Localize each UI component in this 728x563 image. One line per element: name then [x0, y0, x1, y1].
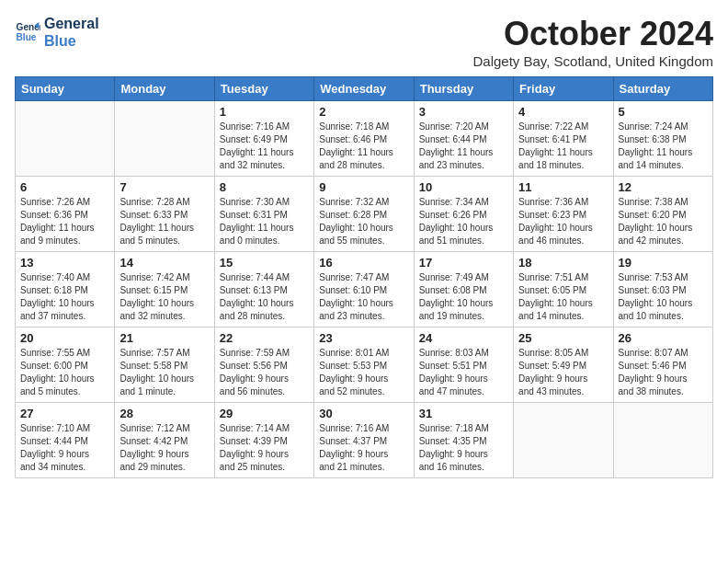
day-number: 7: [119, 180, 209, 194]
day-number: 20: [20, 331, 109, 345]
day-number: 14: [119, 256, 209, 270]
calendar-body: 1Sunrise: 7:16 AM Sunset: 6:49 PM Daylig…: [16, 101, 713, 478]
day-info: Sunrise: 7:16 AM Sunset: 6:49 PM Dayligh…: [220, 121, 309, 172]
week-row-4: 20Sunrise: 7:55 AM Sunset: 6:00 PM Dayli…: [16, 327, 713, 403]
calendar-cell: [115, 101, 214, 177]
calendar-cell: 26Sunrise: 8:07 AM Sunset: 5:46 PM Dayli…: [613, 327, 712, 403]
day-number: 31: [419, 407, 508, 420]
calendar-cell: 29Sunrise: 7:14 AM Sunset: 4:39 PM Dayli…: [214, 403, 313, 478]
logo-text-block: General Blue: [44, 15, 99, 50]
day-number: 17: [419, 256, 508, 270]
day-info: Sunrise: 8:05 AM Sunset: 5:49 PM Dayligh…: [518, 347, 608, 398]
calendar-cell: 21Sunrise: 7:57 AM Sunset: 5:58 PM Dayli…: [115, 327, 214, 403]
day-info: Sunrise: 7:24 AM Sunset: 6:38 PM Dayligh…: [619, 121, 708, 172]
title-block: October 2024 Dalgety Bay, Scotland, Unit…: [472, 15, 713, 69]
week-row-2: 6Sunrise: 7:26 AM Sunset: 6:36 PM Daylig…: [16, 177, 713, 252]
day-info: Sunrise: 7:47 AM Sunset: 6:10 PM Dayligh…: [319, 271, 408, 323]
day-info: Sunrise: 7:42 AM Sunset: 6:15 PM Dayligh…: [119, 271, 209, 323]
day-info: Sunrise: 7:18 AM Sunset: 6:46 PM Dayligh…: [319, 121, 408, 172]
header-sunday: Sunday: [16, 77, 115, 101]
calendar-cell: 12Sunrise: 7:38 AM Sunset: 6:20 PM Dayli…: [613, 177, 712, 252]
calendar-cell: 19Sunrise: 7:53 AM Sunset: 6:03 PM Dayli…: [613, 252, 712, 327]
day-info: Sunrise: 7:36 AM Sunset: 6:23 PM Dayligh…: [518, 196, 608, 247]
logo-icon: General Blue: [15, 19, 40, 45]
day-info: Sunrise: 7:44 AM Sunset: 6:13 PM Dayligh…: [220, 271, 309, 323]
calendar-cell: 30Sunrise: 7:16 AM Sunset: 4:37 PM Dayli…: [314, 403, 414, 478]
day-number: 30: [319, 407, 408, 420]
day-info: Sunrise: 7:57 AM Sunset: 5:58 PM Dayligh…: [119, 347, 209, 398]
header-saturday: Saturday: [613, 77, 712, 101]
calendar-cell: 7Sunrise: 7:28 AM Sunset: 6:33 PM Daylig…: [115, 177, 214, 252]
calendar-cell: 20Sunrise: 7:55 AM Sunset: 6:00 PM Dayli…: [16, 327, 115, 403]
day-number: 15: [220, 256, 309, 270]
header-friday: Friday: [514, 77, 613, 101]
day-info: Sunrise: 7:22 AM Sunset: 6:41 PM Dayligh…: [518, 121, 608, 172]
day-number: 28: [119, 407, 209, 420]
calendar-cell: 31Sunrise: 7:18 AM Sunset: 4:35 PM Dayli…: [414, 403, 513, 478]
day-number: 9: [319, 180, 408, 194]
header-thursday: Thursday: [414, 77, 513, 101]
logo-line1: General: [44, 15, 99, 32]
day-info: Sunrise: 7:18 AM Sunset: 4:35 PM Dayligh…: [419, 422, 508, 474]
calendar-cell: 24Sunrise: 8:03 AM Sunset: 5:51 PM Dayli…: [414, 327, 513, 403]
svg-text:Blue: Blue: [17, 33, 37, 43]
location-subtitle: Dalgety Bay, Scotland, United Kingdom: [472, 53, 713, 69]
day-number: 2: [319, 105, 408, 119]
header-monday: Monday: [115, 77, 214, 101]
calendar-cell: 2Sunrise: 7:18 AM Sunset: 6:46 PM Daylig…: [314, 101, 414, 177]
calendar-cell: [16, 101, 115, 177]
day-number: 29: [220, 407, 309, 420]
day-info: Sunrise: 8:07 AM Sunset: 5:46 PM Dayligh…: [619, 347, 708, 398]
calendar-cell: 22Sunrise: 7:59 AM Sunset: 5:56 PM Dayli…: [214, 327, 313, 403]
calendar-cell: 28Sunrise: 7:12 AM Sunset: 4:42 PM Dayli…: [115, 403, 214, 478]
day-number: 25: [518, 331, 608, 345]
day-number: 10: [419, 180, 508, 194]
calendar-cell: 8Sunrise: 7:30 AM Sunset: 6:31 PM Daylig…: [214, 177, 313, 252]
day-info: Sunrise: 7:34 AM Sunset: 6:26 PM Dayligh…: [419, 196, 508, 247]
day-number: 13: [20, 256, 109, 270]
day-info: Sunrise: 7:49 AM Sunset: 6:08 PM Dayligh…: [419, 271, 508, 323]
calendar-cell: 16Sunrise: 7:47 AM Sunset: 6:10 PM Dayli…: [314, 252, 414, 327]
calendar-cell: 17Sunrise: 7:49 AM Sunset: 6:08 PM Dayli…: [414, 252, 513, 327]
calendar-cell: 3Sunrise: 7:20 AM Sunset: 6:44 PM Daylig…: [414, 101, 513, 177]
calendar-cell: 25Sunrise: 8:05 AM Sunset: 5:49 PM Dayli…: [514, 327, 613, 403]
day-info: Sunrise: 7:55 AM Sunset: 6:00 PM Dayligh…: [20, 347, 109, 398]
calendar-cell: 13Sunrise: 7:40 AM Sunset: 6:18 PM Dayli…: [16, 252, 115, 327]
day-number: 11: [518, 180, 608, 194]
logo: General Blue General Blue: [15, 15, 99, 50]
header-tuesday: Tuesday: [214, 77, 313, 101]
page-header: General Blue General Blue October 2024 D…: [15, 15, 713, 69]
day-info: Sunrise: 7:53 AM Sunset: 6:03 PM Dayligh…: [619, 271, 708, 323]
day-info: Sunrise: 7:14 AM Sunset: 4:39 PM Dayligh…: [220, 422, 309, 474]
calendar-cell: 5Sunrise: 7:24 AM Sunset: 6:38 PM Daylig…: [613, 101, 712, 177]
day-info: Sunrise: 7:59 AM Sunset: 5:56 PM Dayligh…: [220, 347, 309, 398]
day-info: Sunrise: 7:30 AM Sunset: 6:31 PM Dayligh…: [220, 196, 309, 247]
day-number: 23: [319, 331, 408, 345]
day-number: 3: [419, 105, 508, 119]
calendar-header-row: SundayMondayTuesdayWednesdayThursdayFrid…: [16, 77, 713, 101]
day-number: 5: [619, 105, 708, 119]
calendar-cell: 18Sunrise: 7:51 AM Sunset: 6:05 PM Dayli…: [514, 252, 613, 327]
calendar-cell: [613, 403, 712, 478]
logo-line2: Blue: [44, 32, 99, 50]
day-number: 24: [419, 331, 508, 345]
day-number: 12: [619, 180, 708, 194]
calendar-cell: 9Sunrise: 7:32 AM Sunset: 6:28 PM Daylig…: [314, 177, 414, 252]
day-info: Sunrise: 7:40 AM Sunset: 6:18 PM Dayligh…: [20, 271, 109, 323]
week-row-1: 1Sunrise: 7:16 AM Sunset: 6:49 PM Daylig…: [16, 101, 713, 177]
day-info: Sunrise: 7:32 AM Sunset: 6:28 PM Dayligh…: [319, 196, 408, 247]
day-number: 4: [518, 105, 608, 119]
calendar-cell: 15Sunrise: 7:44 AM Sunset: 6:13 PM Dayli…: [214, 252, 313, 327]
day-info: Sunrise: 7:26 AM Sunset: 6:36 PM Dayligh…: [20, 196, 109, 247]
day-info: Sunrise: 7:10 AM Sunset: 4:44 PM Dayligh…: [20, 422, 109, 474]
day-number: 26: [619, 331, 708, 345]
day-number: 1: [220, 105, 309, 119]
day-info: Sunrise: 7:38 AM Sunset: 6:20 PM Dayligh…: [619, 196, 708, 247]
day-number: 21: [119, 331, 209, 345]
month-title: October 2024: [472, 15, 713, 53]
week-row-3: 13Sunrise: 7:40 AM Sunset: 6:18 PM Dayli…: [16, 252, 713, 327]
day-info: Sunrise: 8:03 AM Sunset: 5:51 PM Dayligh…: [419, 347, 508, 398]
calendar-cell: 1Sunrise: 7:16 AM Sunset: 6:49 PM Daylig…: [214, 101, 313, 177]
day-number: 22: [220, 331, 309, 345]
day-info: Sunrise: 7:20 AM Sunset: 6:44 PM Dayligh…: [419, 121, 508, 172]
